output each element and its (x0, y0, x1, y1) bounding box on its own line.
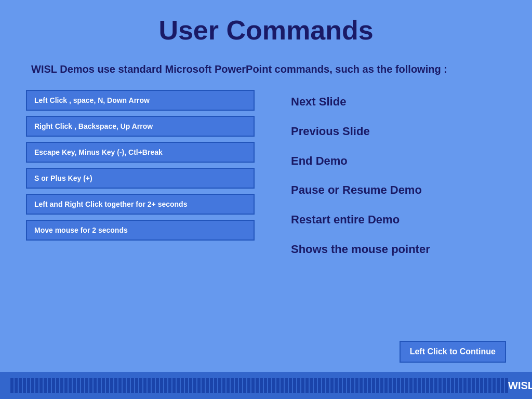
bar-segment (343, 378, 346, 393)
bar-segment (123, 378, 126, 393)
bar-segment (281, 378, 284, 393)
bar-segment (289, 378, 292, 393)
bar-segment (360, 378, 363, 393)
bar-segment (193, 378, 196, 393)
bar-segment (472, 378, 475, 393)
command-label-3: Pause or Resume Demo (291, 178, 506, 203)
bar-segment (414, 378, 417, 393)
command-key-4[interactable]: Left and Right Click together for 2+ sec… (26, 194, 255, 215)
bar-segment (297, 378, 300, 393)
bar-segment (463, 378, 467, 393)
bar-segment (322, 378, 325, 393)
bar-segment (422, 378, 425, 393)
bar-segment (73, 378, 76, 393)
bar-segment (94, 378, 97, 393)
bar-segment (64, 378, 68, 393)
bar-segment (210, 378, 213, 393)
bar-segment (156, 378, 159, 393)
bottom-bar: WISL 1 (0, 372, 532, 399)
bar-segment (376, 378, 379, 393)
commands-grid: Left Click , space, N, Down ArrowRight C… (26, 90, 506, 262)
bar-segment (118, 378, 122, 393)
bar-segment (285, 378, 288, 393)
bar-segment (368, 378, 371, 393)
bar-segment (443, 378, 446, 393)
command-key-2[interactable]: Escape Key, Minus Key (-), Ctl+Break (26, 142, 255, 163)
bar-segment (335, 378, 338, 393)
bar-segment (326, 378, 329, 393)
bar-segment (389, 378, 392, 393)
bar-segment (202, 378, 205, 393)
progress-bars (10, 378, 508, 393)
bar-segment (127, 378, 130, 393)
bar-segment (239, 378, 242, 393)
bar-segment (143, 378, 147, 393)
bar-segment (438, 378, 442, 393)
main-background: User Commands WISL Demos use standard Mi… (0, 0, 532, 399)
bar-segment (488, 378, 491, 393)
bar-segment (256, 378, 259, 393)
bar-segment (430, 378, 433, 393)
commands-right: Next SlidePrevious SlideEnd DemoPause or… (275, 90, 506, 262)
bar-segment (102, 378, 105, 393)
bar-segment (227, 378, 230, 393)
bar-segment (164, 378, 167, 393)
bar-segment (447, 378, 450, 393)
command-label-4: Restart entire Demo (291, 208, 506, 232)
command-key-3[interactable]: S or Plus Key (+) (26, 168, 255, 189)
bar-segment (19, 378, 22, 393)
bar-segment (264, 378, 267, 393)
bar-segment (77, 378, 80, 393)
bar-segment (222, 378, 225, 393)
bar-segment (405, 378, 408, 393)
bar-segment (172, 378, 176, 393)
bar-segment (276, 378, 280, 393)
bar-segment (314, 378, 317, 393)
bar-segment (206, 378, 209, 393)
bar-segment (27, 378, 30, 393)
bar-segment (372, 378, 375, 393)
bar-segment (189, 378, 192, 393)
bar-segment (484, 378, 487, 393)
bar-segment (455, 378, 458, 393)
bar-segment (339, 378, 342, 393)
bar-segment (152, 378, 155, 393)
bar-segment (476, 378, 479, 393)
command-label-2: End Demo (291, 149, 506, 174)
bar-segment (393, 378, 396, 393)
bar-segment (426, 378, 429, 393)
bar-segment (69, 378, 72, 393)
bar-segment (131, 378, 134, 393)
bar-segment (98, 378, 101, 393)
bar-segment (497, 378, 500, 393)
bar-segment (177, 378, 180, 393)
command-key-5[interactable]: Move mouse for 2 seconds (26, 220, 255, 241)
bar-segment (434, 378, 437, 393)
bar-segment (181, 378, 184, 393)
wisl-label: WISL (508, 380, 532, 392)
bar-segment (218, 378, 221, 393)
bar-segment (81, 378, 84, 393)
bar-segment (139, 378, 142, 393)
bar-segment (235, 378, 238, 393)
bar-segment (480, 378, 483, 393)
bar-segment (85, 378, 88, 393)
bar-segment (355, 378, 358, 393)
bar-segment (268, 378, 271, 393)
bar-segment (310, 378, 313, 393)
bar-segment (351, 378, 354, 393)
bar-segment (468, 378, 471, 393)
bottom-right: WISL 1 (508, 378, 532, 393)
command-key-1[interactable]: Right Click , Backspace, Up Arrow (26, 116, 255, 137)
command-label-5: Shows the mouse pointer (291, 237, 506, 262)
continue-button[interactable]: Left Click to Continue (400, 341, 506, 363)
bar-segment (384, 378, 388, 393)
bar-segment (364, 378, 367, 393)
bar-segment (168, 378, 171, 393)
bar-segment (231, 378, 234, 393)
intro-text: WISL Demos use standard Microsoft PowerP… (31, 56, 501, 90)
bar-segment (56, 378, 59, 393)
command-key-0[interactable]: Left Click , space, N, Down Arrow (26, 90, 255, 111)
bar-segment (418, 378, 421, 393)
bar-segment (31, 378, 34, 393)
